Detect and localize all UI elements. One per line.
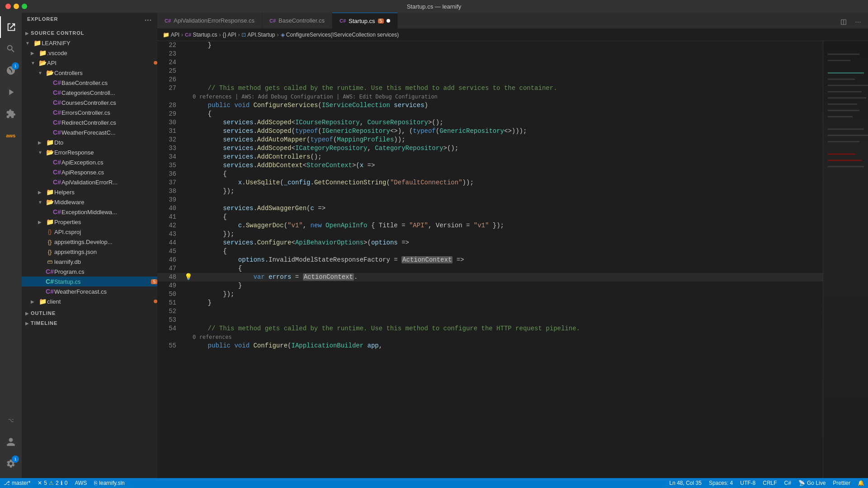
breadcrumb-item-startup-class[interactable]: ⊡ API.Startup [241,32,275,38]
tree-item-apiresponse[interactable]: C# ApiResponse.cs [22,167,157,177]
tab-apivalidation[interactable]: C# ApiValidationErrorResponse.cs [157,13,262,28]
outline-section[interactable]: ▶ OUTLINE [22,308,157,318]
tree-item-startup[interactable]: C# Startup.cs 5 [22,277,157,286]
tree-item-exceptionmiddleware[interactable]: C# ExceptionMiddlewa... [22,207,157,217]
activity-remote[interactable]: ⌥ [0,409,22,431]
breadcrumb-item-method[interactable]: ◈ ConfigureServices(IServiceCollection s… [281,32,399,38]
status-spaces[interactable]: Spaces: 4 [705,478,736,488]
tree-item-dto[interactable]: ▶ 📁 Dto [22,137,157,147]
code-line-42: 42 c.SwaggerDoc("v1", new OpenApiInfo { … [157,221,823,230]
sidebar-header: EXPLORER ··· [22,13,157,28]
tree-item-basecontroller[interactable]: C# BaseController.cs [22,78,157,88]
activity-aws[interactable]: aws [0,125,22,146]
code-line-32: 32 services.AddAutoMapper(typeof(Mapping… [157,136,823,144]
tree-item-controllers[interactable]: ▼ 📂 Controllers [22,68,157,78]
status-notifications[interactable]: 🔔 [854,478,868,488]
status-encoding[interactable]: UTF-8 [736,478,759,488]
tree-item-csproj[interactable]: {} API.csproj [22,227,157,237]
tab-basecontroller[interactable]: C# BaseController.cs [262,13,332,28]
activity-run[interactable] [0,81,22,103]
svg-rect-10 [828,128,864,130]
svg-rect-6 [828,97,866,99]
tree-item-vscode[interactable]: ▶ 📁 .vscode [22,48,157,58]
lightbulb-icon[interactable]: 💡 [184,273,192,282]
code-line-23: 23 [157,50,823,58]
breadcrumb-item-api-ns[interactable]: {} API [222,32,236,38]
status-language[interactable]: C# [781,478,795,488]
svg-rect-2 [828,72,864,74]
tab-startup[interactable]: C# Startup.cs 5 [332,13,398,28]
status-aws[interactable]: AWS [71,478,90,488]
status-bar: ⎇ master* ✕ 5 ⚠ 2 ℹ 0 AWS ⎘ learnify.sln… [0,478,868,488]
code-line-31: 31 services.AddScoped(typeof(IGenericRep… [157,127,823,136]
tree-item-appsettings[interactable]: {} appsettings.json [22,247,157,257]
breadcrumb-item-startup-file[interactable]: C# Startup.cs [185,32,217,38]
svg-rect-5 [828,91,862,93]
code-line-41: 41 { [157,213,823,221]
controllers-folder-icon: 📂 [45,69,54,76]
tree-item-weatherforecast[interactable]: C# WeatherForecast.cs [22,286,157,296]
appsettings-dev-icon: {} [45,239,54,245]
code-line-25: 25 [157,67,823,75]
tree-item-weatherforecastc[interactable]: C# WeatherForecastC... [22,127,157,137]
split-editor-btn[interactable] [837,16,850,28]
workspace-icon: ⎘ [94,480,97,486]
status-errors[interactable]: ✕ 5 ⚠ 2 ℹ 0 [34,478,71,488]
code-area[interactable]: 22 } 23 24 25 [157,41,823,478]
close-button[interactable] [5,4,11,9]
outline-arrow: ▶ [25,311,29,316]
timeline-section[interactable]: ▶ TIMELINE [22,318,157,328]
code-line-27: 27 // This method gets called by the run… [157,84,823,93]
status-workspace[interactable]: ⎘ learnify.sln [90,478,128,488]
svg-rect-9 [828,116,853,117]
minimize-button[interactable] [14,4,19,9]
activity-scm[interactable]: 1 [0,60,22,81]
status-prettier[interactable]: Prettier [829,478,854,488]
code-line-33: 33 services.AddScoped<ICategoryRepositor… [157,144,823,153]
tree-item-categoriescontroller[interactable]: C# CategoriesControll... [22,88,157,98]
svg-rect-4 [828,85,868,86]
tree-item-middleware[interactable]: ▼ 📂 Middleware [22,197,157,207]
tree-item-apiexception[interactable]: C# ApiException.cs [22,157,157,167]
tree-item-properties[interactable]: ▶ 📁 Properties [22,217,157,227]
tree-item-api[interactable]: ▼ 📂 API [22,58,157,68]
helpers-folder-icon: 📁 [45,188,54,196]
tree-item-appsettings-dev[interactable]: {} appsettings.Develop... [22,237,157,247]
status-line-ending[interactable]: CRLF [759,478,780,488]
tab-bar: C# ApiValidationErrorResponse.cs C# Base… [157,13,868,28]
maximize-button[interactable] [22,4,27,9]
sidebar-more-btn[interactable]: ··· [145,16,152,24]
code-line-36: 36 { [157,170,823,178]
tree-item-learnifydb[interactable]: 🗃 learnify.db [22,257,157,267]
tree-root-learnify[interactable]: ▼ 📁 LEARNIFY [22,38,157,48]
activity-explorer[interactable] [0,16,22,38]
tree-item-redirectcontroller[interactable]: C# RedirectController.cs [22,117,157,127]
go-live-icon: 📡 [798,480,805,486]
more-actions-btn[interactable]: ··· [852,16,864,28]
code-line-38: 38 }); [157,187,823,196]
tree-item-program[interactable]: C# Program.cs [22,267,157,277]
activity-search[interactable] [0,38,22,60]
tree-item-apivalidation[interactable]: C# ApiValidationErrorR... [22,177,157,187]
status-branch[interactable]: ⎇ master* [0,478,34,488]
tree-item-helpers[interactable]: ▶ 📁 Helpers [22,187,157,197]
activity-extensions[interactable] [0,103,22,125]
tree-item-errorscontroller[interactable]: C# ErrorsController.cs [22,108,157,117]
svg-rect-8 [828,110,859,111]
source-control-section[interactable]: ▶ SOURCE CONTROL [22,28,157,38]
tree-item-client[interactable]: ▶ 📁 client [22,296,157,306]
activity-settings[interactable]: 1 [0,453,22,474]
window-controls[interactable] [5,4,27,9]
breadcrumb-item-api[interactable]: 📁 API [163,32,179,38]
activity-account[interactable] [0,431,22,453]
tab-startup-badge: 5 [378,19,384,23]
vscode-folder-icon: 📁 [38,49,47,56]
appsettings-icon: {} [45,249,54,255]
courses-cs-icon: C# [52,99,61,106]
notification-icon: 🔔 [858,480,864,486]
tab-actions: ··· [837,16,868,28]
tree-item-errorresponse[interactable]: ▼ 📂 ErrorResponse [22,147,157,157]
status-position[interactable]: Ln 48, Col 35 [666,478,705,488]
tree-item-coursescontroller[interactable]: C# CoursesController.cs [22,98,157,108]
status-go-live[interactable]: 📡 Go Live [795,478,829,488]
